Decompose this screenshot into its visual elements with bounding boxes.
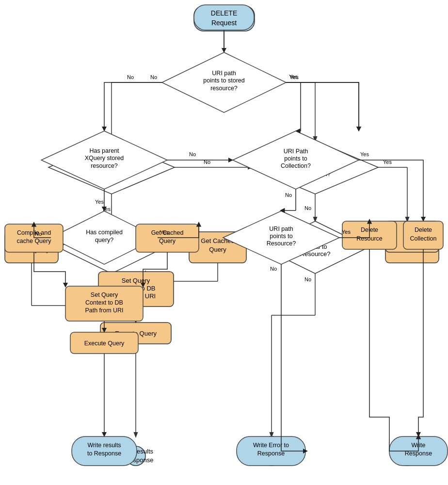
d3-yes-arrow	[359, 160, 423, 220]
end1-t2: to Response	[87, 450, 121, 457]
d2-t1: Has parent	[89, 147, 119, 154]
d5-yes-label: Yes	[342, 229, 351, 235]
p1-p3-arrow	[34, 252, 65, 286]
d1-no-label: No	[127, 74, 134, 80]
end2-t1: Write Error to	[253, 442, 289, 449]
p3-t3: Path from URI	[85, 307, 123, 314]
p3-t1: Set Query	[91, 291, 118, 298]
d1-yes-arrow	[286, 82, 359, 130]
p6-end3-arrow	[418, 249, 423, 436]
d5-no-arrow	[281, 264, 306, 451]
start-text1: DELETE	[211, 9, 237, 17]
p1-t2: cache Query	[17, 238, 52, 244]
d5-t1: URI path	[269, 226, 293, 232]
d4-no-label: No	[35, 231, 42, 237]
d4-t1: Has compiled	[86, 229, 123, 236]
d3-t2: points to	[284, 155, 307, 162]
d1-t1: URI path	[212, 70, 236, 77]
p2-t2: Query	[159, 238, 176, 244]
d3-no-label: No	[285, 192, 292, 198]
d5-no-label: No	[270, 266, 277, 272]
p6-t2: Collection	[410, 235, 437, 242]
p5-end3-arrow	[369, 249, 418, 451]
d4-yes-label: Yes	[160, 229, 169, 235]
d2-t3: resource?	[91, 162, 118, 169]
d1-yes-label: Yes	[289, 74, 298, 80]
start-text2: Request	[211, 19, 237, 27]
flowchart-svg: DELETE Request URI path points to stored…	[0, 0, 448, 485]
d2-yes-label: Yes	[95, 199, 104, 205]
d1-no-arrow	[104, 82, 162, 130]
end2-t2: Response	[257, 450, 285, 457]
d3-t3: Collection?	[281, 162, 311, 169]
d1-yes-arrow2	[286, 82, 359, 130]
end1-t1: Write results	[87, 442, 121, 449]
p2-p3-arrow	[143, 252, 167, 286]
d2-no-label: No	[189, 151, 196, 157]
p6-t1: Delete	[415, 226, 432, 233]
d1-t3: resource?	[210, 85, 238, 92]
d2-t2: XQuery stored	[85, 155, 124, 162]
d5-t3: Resource?	[267, 240, 296, 247]
p4-t1: Execute Query	[84, 340, 125, 347]
d4-t2: query?	[95, 237, 113, 243]
d3-t1: URI Path	[284, 148, 308, 155]
d1-t2: points to stored	[203, 77, 245, 84]
d3-yes-label: Yes	[360, 151, 369, 157]
d1-yes-clean	[286, 82, 301, 131]
p3-t2: Context to DB	[85, 299, 123, 306]
d5-t2: points to	[270, 233, 292, 240]
